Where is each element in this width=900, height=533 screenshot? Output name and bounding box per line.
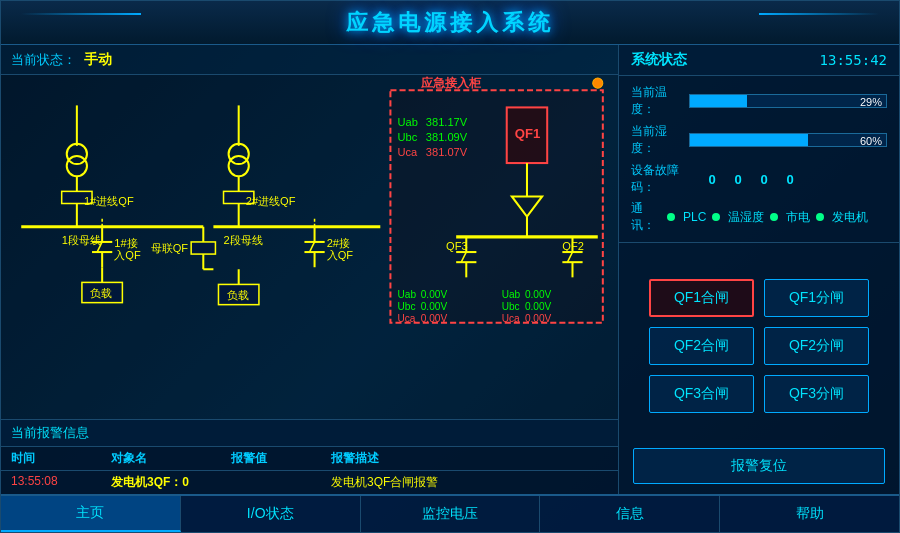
- status-bar: 当前状态： 手动: [1, 45, 618, 75]
- svg-text:0.00V: 0.00V: [525, 289, 552, 300]
- diagram-area: 1#进线QF 2#进线QF 1段母线 2段母线: [1, 75, 618, 419]
- status-value: 手动: [84, 51, 112, 69]
- humidity-label: 当前湿度：: [631, 123, 681, 157]
- alert-cell-time: 13:55:08: [11, 474, 91, 491]
- humidity-bar: 60%: [689, 133, 887, 147]
- temp-bar-fill: [690, 95, 747, 107]
- fault-val-2: 0: [728, 172, 748, 187]
- nav-info[interactable]: 信息: [540, 496, 720, 532]
- svg-text:Uab: Uab: [397, 289, 416, 300]
- main-container: 应急电源接入系统 当前状态： 手动: [0, 0, 900, 533]
- humidity-status-dot: [712, 213, 720, 221]
- svg-text:Uca: Uca: [397, 313, 415, 324]
- header-decor-left: [21, 13, 141, 33]
- svg-text:入QF: 入QF: [114, 249, 141, 261]
- qf1-btn-row: QF1合闸 QF1分闸: [629, 279, 889, 317]
- alert-columns: 时间 对象名 报警值 报警描述: [1, 447, 618, 471]
- alert-reset-button[interactable]: 报警复位: [633, 448, 885, 484]
- alert-col-value: 报警值: [231, 450, 311, 467]
- nav-home[interactable]: 主页: [1, 496, 181, 532]
- nav-info-label: 信息: [616, 505, 644, 523]
- fault-val-3: 0: [754, 172, 774, 187]
- svg-text:381.09V: 381.09V: [426, 131, 468, 143]
- alert-cell-object: 发电机3QF：0: [111, 474, 211, 491]
- qf3-btn-row: QF3合闸 QF3分闸: [629, 375, 889, 413]
- alert-section: 当前报警信息 时间 对象名 报警值 报警描述 13:55:08 发电机3QF：0…: [1, 419, 618, 494]
- svg-text:Ubc: Ubc: [502, 301, 520, 312]
- comm-power: 市电: [786, 209, 810, 226]
- humidity-row: 当前湿度： 60%: [631, 123, 887, 157]
- qf3-open-button[interactable]: QF3分闸: [764, 375, 869, 413]
- nav-footer: 主页 I/O状态 监控电压 信息 帮助: [1, 494, 899, 532]
- svg-text:QF2: QF2: [562, 240, 584, 252]
- svg-text:Ubc: Ubc: [397, 131, 417, 143]
- alert-cell-value: [231, 474, 311, 491]
- system-status-title: 系统状态: [631, 51, 687, 69]
- right-panel: 系统状态 13:55:42 当前温度： 29% 当前湿度：: [619, 45, 899, 494]
- header: 应急电源接入系统: [1, 1, 899, 45]
- svg-text:入QF: 入QF: [327, 249, 354, 261]
- qf2-open-button[interactable]: QF2分闸: [764, 327, 869, 365]
- qf2-btn-row: QF2合闸 QF2分闸: [629, 327, 889, 365]
- alert-col-time: 时间: [11, 450, 91, 467]
- nav-help-label: 帮助: [796, 505, 824, 523]
- fault-row: 设备故障码： 0 0 0 0: [631, 162, 887, 196]
- fault-val-1: 0: [702, 172, 722, 187]
- alert-col-desc: 报警描述: [331, 450, 608, 467]
- svg-point-48: [593, 78, 603, 88]
- system-info: 当前温度： 29% 当前湿度： 60% 设备故障码：: [619, 76, 899, 243]
- svg-text:Uca: Uca: [502, 313, 520, 324]
- svg-text:Uab: Uab: [397, 116, 417, 128]
- temp-row: 当前温度： 29%: [631, 84, 887, 118]
- alert-cell-desc: 发电机3QF合闸报警: [331, 474, 608, 491]
- svg-text:0.00V: 0.00V: [421, 313, 448, 324]
- svg-text:Uca: Uca: [397, 146, 418, 158]
- svg-text:381.07V: 381.07V: [426, 146, 468, 158]
- svg-text:应急接入柜: 应急接入柜: [420, 76, 482, 90]
- temp-bar: 29%: [689, 94, 887, 108]
- alert-header: 当前报警信息: [1, 420, 618, 447]
- svg-text:0.00V: 0.00V: [525, 313, 552, 324]
- comm-row: 通 讯： PLC 温湿度 市电 发电机: [631, 200, 887, 234]
- electrical-diagram: 1#进线QF 2#进线QF 1段母线 2段母线: [1, 75, 618, 419]
- svg-text:QF3: QF3: [446, 240, 468, 252]
- power-status-dot: [770, 213, 778, 221]
- comm-humidity: 温湿度: [728, 209, 764, 226]
- system-time: 13:55:42: [820, 52, 887, 68]
- alert-col-object: 对象名: [111, 450, 211, 467]
- svg-text:2#进线QF: 2#进线QF: [246, 195, 296, 207]
- nav-io-label: I/O状态: [247, 505, 294, 523]
- fault-val-4: 0: [780, 172, 800, 187]
- svg-text:1#接: 1#接: [114, 237, 137, 249]
- gen-status-dot: [816, 213, 824, 221]
- humidity-value: 60%: [860, 134, 882, 148]
- svg-text:QF1: QF1: [515, 126, 541, 141]
- qf1-open-button[interactable]: QF1分闸: [764, 279, 869, 317]
- humidity-bar-fill: [690, 134, 808, 146]
- nav-home-label: 主页: [76, 504, 104, 522]
- qf2-close-button[interactable]: QF2合闸: [649, 327, 754, 365]
- nav-io[interactable]: I/O状态: [181, 496, 361, 532]
- comm-label: 通 讯：: [631, 200, 661, 234]
- svg-text:Ubc: Ubc: [397, 301, 415, 312]
- nav-voltage[interactable]: 监控电压: [361, 496, 541, 532]
- nav-help[interactable]: 帮助: [720, 496, 899, 532]
- control-buttons: QF1合闸 QF1分闸 QF2合闸 QF2分闸 QF3合闸 QF3分闸: [619, 243, 899, 448]
- svg-rect-20: [191, 242, 215, 254]
- svg-text:1#进线QF: 1#进线QF: [84, 195, 134, 207]
- status-label: 当前状态：: [11, 51, 76, 69]
- fault-label: 设备故障码：: [631, 162, 696, 196]
- comm-plc: PLC: [683, 210, 706, 224]
- nav-voltage-label: 监控电压: [422, 505, 478, 523]
- page-title: 应急电源接入系统: [346, 8, 554, 38]
- svg-text:381.17V: 381.17V: [426, 116, 468, 128]
- alert-row: 13:55:08 发电机3QF：0 发电机3QF合闸报警: [1, 471, 618, 494]
- svg-text:0.00V: 0.00V: [421, 289, 448, 300]
- qf1-close-button[interactable]: QF1合闸: [649, 279, 754, 317]
- plc-status-dot: [667, 213, 675, 221]
- qf3-close-button[interactable]: QF3合闸: [649, 375, 754, 413]
- header-decor-right: [759, 13, 879, 33]
- svg-text:0.00V: 0.00V: [421, 301, 448, 312]
- svg-text:负载: 负载: [90, 287, 112, 299]
- alert-title: 当前报警信息: [11, 425, 89, 440]
